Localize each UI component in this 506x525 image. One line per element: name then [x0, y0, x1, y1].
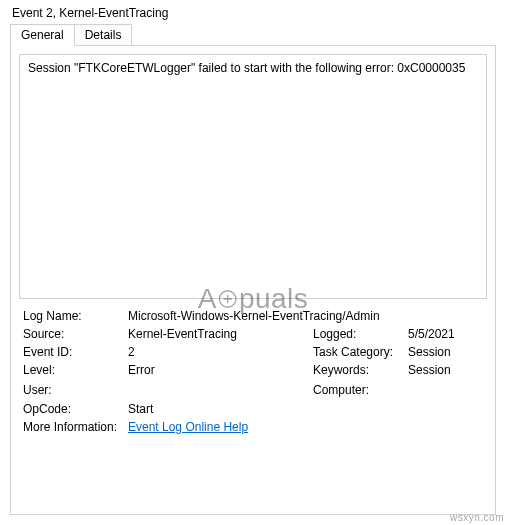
event-message-box[interactable]: Session "FTKCoreETWLogger" failed to sta… [19, 54, 487, 299]
tab-page-general: Session "FTKCoreETWLogger" failed to sta… [10, 45, 496, 515]
label-event-id: Event ID: [23, 345, 128, 359]
event-detail-grid: Log Name: Microsoft-Windows-Kernel-Event… [19, 307, 487, 434]
value-keywords: Session [408, 363, 483, 377]
label-level: Level: [23, 363, 128, 377]
value-level: Error [128, 363, 313, 377]
label-logged: Logged: [313, 327, 408, 341]
label-opcode: OpCode: [23, 402, 128, 416]
tab-general[interactable]: General [10, 24, 75, 46]
corner-credit: wsxyn.com [450, 512, 504, 523]
event-help-link[interactable]: Event Log Online Help [128, 420, 248, 434]
label-more-info: More Information: [23, 420, 128, 434]
tab-details-label: Details [85, 28, 122, 42]
tab-details[interactable]: Details [75, 24, 133, 46]
window-title: Event 2, Kernel-EventTracing [10, 6, 496, 24]
label-source: Source: [23, 327, 128, 341]
value-log-name: Microsoft-Windows-Kernel-EventTracing/Ad… [128, 309, 483, 323]
label-task-category: Task Category: [313, 345, 408, 359]
redacted-computer [408, 381, 483, 395]
value-event-id: 2 [128, 345, 313, 359]
value-source: Kernel-EventTracing [128, 327, 313, 341]
tab-general-label: General [21, 28, 64, 42]
value-computer [408, 381, 483, 398]
label-log-name: Log Name: [23, 309, 128, 323]
redacted-user [128, 381, 313, 395]
label-user: User: [23, 383, 128, 397]
tab-strip: General Details [10, 24, 496, 46]
value-opcode: Start [128, 402, 483, 416]
label-computer: Computer: [313, 383, 408, 397]
value-logged: 5/5/2021 [408, 327, 483, 341]
value-task-category: Session [408, 345, 483, 359]
event-message-text: Session "FTKCoreETWLogger" failed to sta… [28, 61, 465, 75]
label-keywords: Keywords: [313, 363, 408, 377]
value-more-info: Event Log Online Help [128, 420, 483, 434]
event-properties-window: Event 2, Kernel-EventTracing General Det… [0, 0, 506, 525]
value-user [128, 381, 313, 398]
